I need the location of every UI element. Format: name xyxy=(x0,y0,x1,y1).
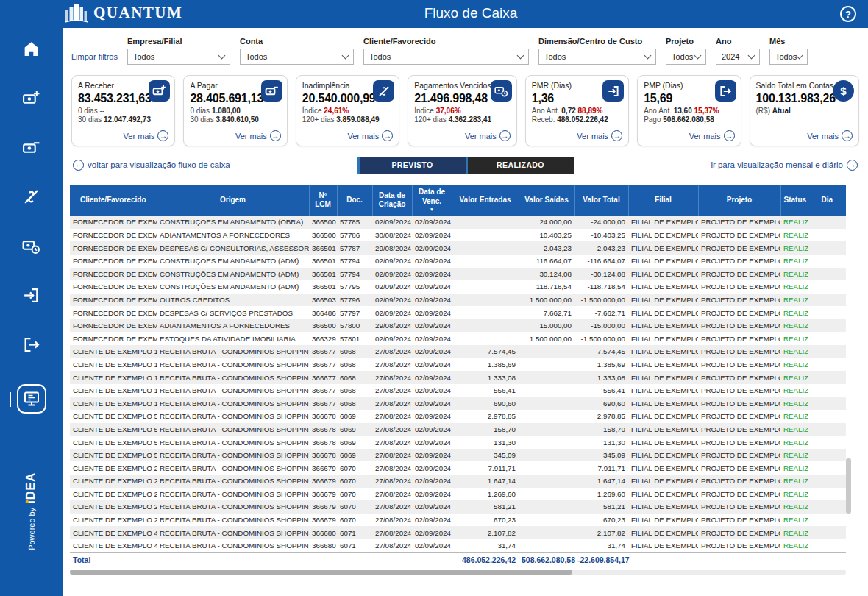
filter-dropdown[interactable]: 2024 xyxy=(716,49,760,65)
table-row[interactable]: FORNECEDOR DE EXEMPL... OUTROS CRÉDITOS … xyxy=(70,294,846,307)
card-plus-icon xyxy=(149,80,170,102)
dollar-circle-icon: $ xyxy=(833,80,854,102)
cell-projeto: PROJETO DE EXEMPLO 468 xyxy=(698,241,780,255)
cell-origem: ADIANTAMENTOS A FORNECEDORES xyxy=(157,229,309,242)
table-row[interactable]: FORNECEDOR DE EXEMPL... ESTOQUES DA ATIV… xyxy=(70,332,846,345)
sidebar-item-inadimplencia[interactable] xyxy=(21,187,41,207)
filter-dropdown[interactable]: Todos xyxy=(769,49,808,65)
cell-status: REALIZADO xyxy=(780,423,808,436)
table-row[interactable]: CLIENTE DE EXEMPLO 1869 RECEITA BRUTA - … xyxy=(70,345,846,358)
ver-mais-link[interactable]: Ver mais→ xyxy=(689,130,735,141)
table-row[interactable]: FORNECEDOR DE EXEMPL... DESPESAS C/ SERV… xyxy=(70,306,846,319)
cell-entradas xyxy=(452,216,519,229)
ver-mais-link[interactable]: Ver mais→ xyxy=(465,130,511,141)
cell-saidas xyxy=(519,345,574,358)
col-valor-total[interactable]: Valor Total xyxy=(574,185,628,216)
filter-dropdown[interactable]: Todos xyxy=(127,49,230,65)
table-row[interactable]: FORNECEDOR DE EXEMPL... CONSTRUÇÕES EM A… xyxy=(70,268,846,281)
cell-projeto: PROJETO DE EXEMPLO 1369 xyxy=(698,358,780,372)
cell-origem: RECEITA BRUTA - CONDOMINIOS SHOPPING xyxy=(157,500,309,514)
col-cliente-favorecido[interactable]: Cliente/Favorecido xyxy=(70,185,157,216)
table-row[interactable]: FORNECEDOR DE EXEMPL... CONSTRUÇÕES EM A… xyxy=(70,216,846,229)
table-row[interactable]: CLIENTE DE EXEMPLO 1869 RECEITA BRUTA - … xyxy=(70,358,846,372)
col-dia[interactable]: Dia xyxy=(808,185,846,216)
table-row[interactable]: FORNECEDOR DE EXEMPL... ADIANTAMENTOS A … xyxy=(70,229,846,242)
table-row[interactable]: FORNECEDOR DE EXEMPL... CONSTRUÇÕES EM A… xyxy=(70,280,846,294)
cell-lcm: 366677 xyxy=(309,371,337,384)
table-row[interactable]: CLIENTE DE EXEMPLO 1869 RECEITA BRUTA - … xyxy=(70,371,846,384)
filter-dropdown[interactable]: Todos xyxy=(240,49,354,65)
cell-entradas: 7.911,71 xyxy=(452,461,519,475)
ver-mais-link[interactable]: Ver mais→ xyxy=(807,130,853,141)
clear-filters-link[interactable]: Limpar filtros xyxy=(71,52,118,61)
horizontal-scrollbar-track[interactable] xyxy=(70,570,846,575)
table-row[interactable]: CLIENTE DE EXEMPLO 5044 RECEITA BRUTA - … xyxy=(70,449,846,462)
help-button[interactable]: ? xyxy=(840,6,856,22)
sidebar-item-pmr[interactable] xyxy=(21,285,41,305)
table-row[interactable]: CLIENTE DE EXEMPLO 1869 RECEITA BRUTA - … xyxy=(70,397,846,410)
ver-mais-link[interactable]: Ver mais→ xyxy=(577,130,622,141)
filter-dropdown[interactable]: Todos xyxy=(538,49,656,65)
col-status[interactable]: Status xyxy=(780,185,808,216)
filter-dropdown[interactable]: Todos xyxy=(666,49,706,65)
cell-lcm: 366677 xyxy=(309,397,337,410)
cell-filial: FILIAL DE EXEMPLO 6 xyxy=(628,255,698,268)
col-filial[interactable]: Filial xyxy=(628,185,698,216)
ver-mais-link[interactable]: Ver mais→ xyxy=(235,130,281,141)
table-row[interactable]: CLIENTE DE EXEMPLO 1869 RECEITA BRUTA - … xyxy=(70,384,846,397)
cell-cliente: CLIENTE DE EXEMPLO 5044 xyxy=(70,423,157,436)
forward-view-link[interactable]: ir para visualização mensal e diário → xyxy=(711,160,858,171)
cell-criacao: 27/08/2024 xyxy=(372,397,412,410)
arrow-right-circle-icon: → xyxy=(270,130,281,141)
cell-criacao: 27/08/2024 xyxy=(372,371,412,384)
cell-origem: ADIANTAMENTOS A FORNECEDORES xyxy=(157,319,309,333)
col-origem[interactable]: Origem xyxy=(157,185,309,216)
sidebar-item-pagamentos-vencidos[interactable] xyxy=(21,236,41,256)
cell-total: 556,41 xyxy=(574,384,628,397)
sidebar-item-fluxo-detalhado-active[interactable] xyxy=(17,384,46,414)
cell-total: -116.664,07 xyxy=(574,255,628,268)
table-row[interactable]: FORNECEDOR DE EXEMPL... CONSTRUÇÕES EM A… xyxy=(70,255,846,268)
toggle-realizado-button[interactable]: REALIZADO xyxy=(466,157,574,174)
cell-criacao: 27/08/2024 xyxy=(372,358,412,372)
filter-selected-value: Todos xyxy=(369,52,391,61)
table-row[interactable]: CLIENTE DE EXEMPLO 5044 RECEITA BRUTA - … xyxy=(70,410,846,423)
sidebar-item-pmp[interactable] xyxy=(21,335,41,355)
col-projeto[interactable]: Projeto xyxy=(698,185,780,216)
table-row[interactable]: CLIENTE DE EXEMPLO 2313 RECEITA BRUTA - … xyxy=(70,500,846,514)
toggle-previsto-button[interactable]: PREVISTO xyxy=(357,157,466,174)
table-row[interactable]: FORNECEDOR DE EXEMPL... DESPESAS C/ CONS… xyxy=(70,241,846,255)
horizontal-scrollbar-thumb[interactable] xyxy=(70,570,572,575)
sidebar-item-home[interactable] xyxy=(21,39,41,59)
cell-lcm: 366677 xyxy=(309,358,337,372)
cell-saidas xyxy=(519,358,574,372)
cell-criacao: 27/08/2024 xyxy=(372,384,412,397)
cell-entradas: 1.385,69 xyxy=(452,358,519,372)
filter-dropdown[interactable]: Todos xyxy=(363,49,529,65)
col-data-criacao[interactable]: Data de Criação xyxy=(372,185,412,216)
table-row[interactable]: CLIENTE DE EXEMPLO 2313 RECEITA BRUTA - … xyxy=(70,514,846,527)
table-row[interactable]: CLIENTE DE EXEMPLO 452 RECEITA BRUTA - C… xyxy=(70,539,846,553)
col-doc[interactable]: Doc. xyxy=(337,185,372,216)
col-data-venc[interactable]: Data de Venc.▼ xyxy=(412,185,452,216)
table-row[interactable]: FORNECEDOR DE EXEMPL... ADIANTAMENTOS A … xyxy=(70,319,846,333)
col-valor-saidas[interactable]: Valor Saídas xyxy=(519,185,574,216)
ver-mais-link[interactable]: Ver mais→ xyxy=(347,130,393,141)
cell-doc: 6068 xyxy=(337,345,372,358)
cell-origem: RECEITA BRUTA - CONDOMINIOS SHOPPING xyxy=(157,423,309,436)
table-row[interactable]: CLIENTE DE EXEMPLO 5044 RECEITA BRUTA - … xyxy=(70,436,846,449)
table-row[interactable]: CLIENTE DE EXEMPLO 452 RECEITA BRUTA - C… xyxy=(70,526,846,539)
cell-total: 581,21 xyxy=(574,500,628,514)
table-row[interactable]: CLIENTE DE EXEMPLO 5044 RECEITA BRUTA - … xyxy=(70,423,846,436)
col-num-lcm[interactable]: Nº LCM xyxy=(309,185,337,216)
ver-mais-link[interactable]: Ver mais→ xyxy=(124,130,169,141)
table-row[interactable]: CLIENTE DE EXEMPLO 2313 RECEITA BRUTA - … xyxy=(70,475,846,488)
back-view-link[interactable]: ← voltar para visualização fluxo de caix… xyxy=(73,160,230,171)
sidebar-item-a-receber[interactable] xyxy=(21,88,41,108)
cell-venc: 02/09/2024 xyxy=(412,332,452,345)
sidebar-item-a-pagar[interactable] xyxy=(21,138,41,157)
vertical-scrollbar[interactable] xyxy=(846,458,851,514)
table-row[interactable]: CLIENTE DE EXEMPLO 2313 RECEITA BRUTA - … xyxy=(70,461,846,475)
col-valor-entradas[interactable]: Valor Entradas xyxy=(452,185,519,216)
table-row[interactable]: CLIENTE DE EXEMPLO 2313 RECEITA BRUTA - … xyxy=(70,488,846,501)
